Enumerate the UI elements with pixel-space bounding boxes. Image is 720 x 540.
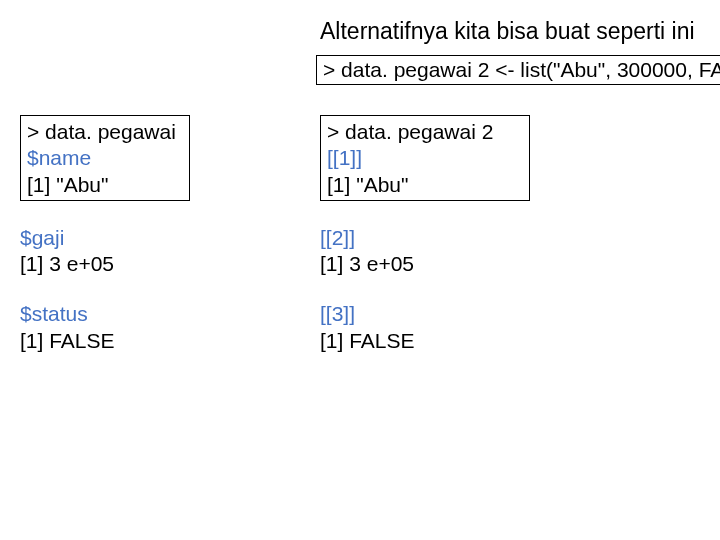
left-b2-l1: $gaji xyxy=(20,225,280,251)
left-block-2: $gaji [1] 3 e+05 xyxy=(20,225,280,278)
left-box-line1: > data. pegawai xyxy=(27,119,183,145)
left-output-box: > data. pegawai $name [1] "Abu" xyxy=(20,115,190,201)
right-block-3: [[3]] [1] FALSE xyxy=(320,301,580,354)
left-b3-l2: [1] FALSE xyxy=(20,328,280,354)
right-b3-l1: [[3]] xyxy=(320,301,580,327)
left-block-3: $status [1] FALSE xyxy=(20,301,280,354)
left-b2-l2: [1] 3 e+05 xyxy=(20,251,280,277)
right-block-2: [[2]] [1] 3 e+05 xyxy=(320,225,580,278)
right-box-line1: > data. pegawai 2 xyxy=(327,119,523,145)
right-output-box: > data. pegawai 2 [[1]] [1] "Abu" xyxy=(320,115,530,201)
code-assignment-box: > data. pegawai 2 <- list("Abu", 300000,… xyxy=(316,55,720,85)
left-column: > data. pegawai $name [1] "Abu" $gaji [1… xyxy=(20,115,280,354)
left-box-line3: [1] "Abu" xyxy=(27,172,183,198)
right-b3-l2: [1] FALSE xyxy=(320,328,580,354)
right-b2-l2: [1] 3 e+05 xyxy=(320,251,580,277)
slide-heading: Alternatifnya kita bisa buat seperti ini xyxy=(320,18,695,45)
right-box-line3: [1] "Abu" xyxy=(327,172,523,198)
right-column: > data. pegawai 2 [[1]] [1] "Abu" [[2]] … xyxy=(320,115,580,354)
right-box-line2: [[1]] xyxy=(327,145,523,171)
right-b2-l1: [[2]] xyxy=(320,225,580,251)
left-box-line2: $name xyxy=(27,145,183,171)
left-b3-l1: $status xyxy=(20,301,280,327)
